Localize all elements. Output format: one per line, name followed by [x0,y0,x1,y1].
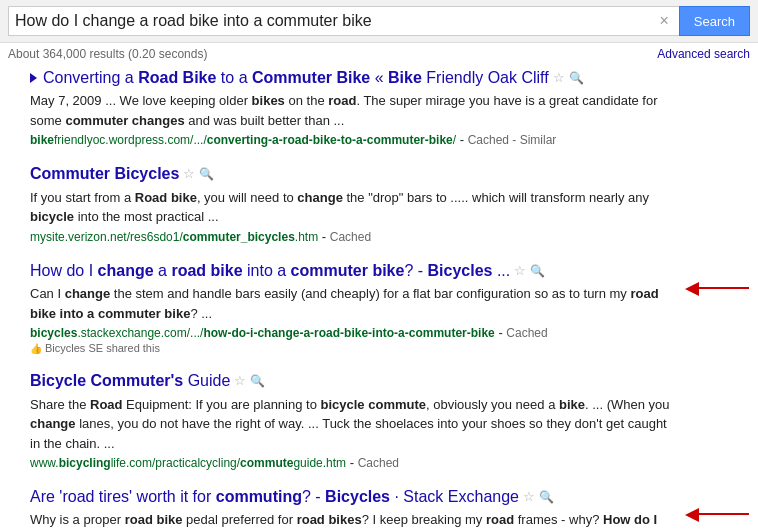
result-snippet-5: Why is a proper road bike pedal preferre… [30,510,670,531]
result-title-link-1[interactable]: Converting a Road Bike to a Commuter Bik… [43,67,549,89]
magnifier-icon-3[interactable]: 🔍 [530,263,545,280]
result-item-2: Commuter Bicycles☆🔍If you start from a R… [30,163,750,243]
result-title-link-4[interactable]: Bicycle Commuter's Guide [30,370,230,392]
search-input[interactable] [15,12,655,30]
result-item-1: Converting a Road Bike to a Commuter Bik… [30,67,750,147]
magnifier-icon-2[interactable]: 🔍 [199,166,214,183]
star-icon-5[interactable]: ☆ [523,488,535,506]
result-cached-3[interactable]: Cached [506,326,547,340]
result-snippet-3: Can I change the stem and handle bars ea… [30,284,670,323]
thumb-icon-3: 👍 [30,343,42,354]
result-item-3: How do I change a road bike into a commu… [30,260,750,354]
result-title-link-5[interactable]: Are 'road tires' worth it for commuting?… [30,486,519,508]
star-icon-1[interactable]: ☆ [553,69,565,87]
result-item-4: Bicycle Commuter's Guide☆🔍Share the Road… [30,370,750,470]
magnifier-icon-4[interactable]: 🔍 [250,373,265,390]
result-cached-1[interactable]: Cached - Similar [468,133,557,147]
result-arrow-icon [30,73,37,83]
result-snippet-1: May 7, 2009 ... We love keeping older bi… [30,91,670,130]
result-snippet-4: Share the Road Equipment: If you are pla… [30,395,670,454]
result-cached-2[interactable]: Cached [330,230,371,244]
result-item-5: Are 'road tires' worth it for commuting?… [30,486,750,531]
clear-icon[interactable]: × [655,12,672,30]
result-count: About 364,000 results (0.20 seconds) [8,47,207,61]
arrow-annotation-3 [685,280,750,296]
sub-header: About 364,000 results (0.20 seconds) Adv… [0,43,758,63]
result-url-1: bikefriendlyoc.wordpress.com/.../convert… [30,132,750,147]
result-title-link-3[interactable]: How do I change a road bike into a commu… [30,260,510,282]
result-snippet-2: If you start from a Road bike, you will … [30,188,670,227]
result-url-2: mysite.verizon.net/res6sdo1/commuter_bic… [30,229,750,244]
advanced-search-link[interactable]: Advanced search [657,47,750,61]
result-title-link-2[interactable]: Commuter Bicycles [30,163,179,185]
result-url-4: www.bicyclinglife.com/practicalcycling/c… [30,455,750,470]
star-icon-3[interactable]: ☆ [514,262,526,280]
results-container: Converting a Road Bike to a Commuter Bik… [0,63,758,531]
star-icon-4[interactable]: ☆ [234,372,246,390]
result-cached-4[interactable]: Cached [358,456,399,470]
shared-info-3: 👍 Bicycles SE shared this [30,342,677,354]
magnifier-icon-1[interactable]: 🔍 [569,70,584,87]
search-input-wrap: × [8,6,679,36]
magnifier-icon-5[interactable]: 🔍 [539,489,554,506]
arrow-annotation-5 [685,506,750,522]
star-icon-2[interactable]: ☆ [183,165,195,183]
search-button[interactable]: Search [679,6,750,36]
search-header: × Search [0,0,758,43]
result-url-3: bicycles.stackexchange.com/.../how-do-i-… [30,325,677,340]
